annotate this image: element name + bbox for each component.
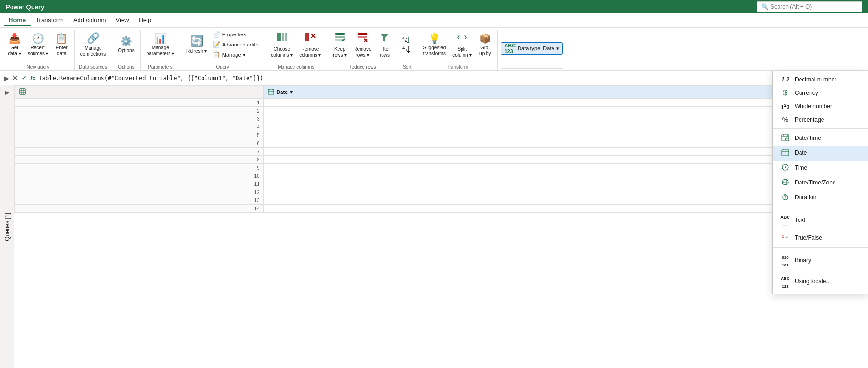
date-col-dropdown[interactable]: ▾	[290, 89, 293, 95]
formula-input[interactable]	[39, 75, 864, 81]
get-data-label: Getdata ▾	[8, 45, 21, 57]
data-table: Date ▾ 11/1/201921/2/201931/3/201941/4/2…	[14, 85, 868, 213]
table-row: 131/13/2019	[15, 196, 868, 205]
accept-formula-button[interactable]: ✓	[21, 73, 27, 82]
dropdown-item-currency[interactable]: $Currency	[773, 86, 868, 100]
ribbon-group-newquery: 📥 Getdata ▾ 🕐 Recentsources ▾ 📋 Enterdat…	[2, 30, 75, 70]
row-number-cell: 10	[15, 172, 264, 180]
enter-data-button[interactable]: 📋 Enterdata	[52, 30, 71, 59]
dropdown-item-duration[interactable]: Duration	[773, 190, 868, 205]
svg-text:Z: Z	[402, 46, 405, 50]
main-area: ▶ Queries [1] Date ▾	[0, 85, 868, 368]
properties-button[interactable]: 📄 Properties	[211, 30, 262, 39]
remove-columns-button[interactable]: Removecolumns ▾	[296, 30, 324, 59]
datatype-button[interactable]: ABC123 Data type: Date ▾	[501, 42, 562, 55]
svg-text:✗: ✗	[781, 235, 785, 239]
enter-data-label: Enterdata	[56, 45, 68, 57]
menu-item-home[interactable]: Home	[4, 14, 31, 26]
svg-rect-10	[358, 36, 367, 38]
manage-connections-button[interactable]: 🔗 Manageconnections	[78, 30, 109, 59]
dropdown-item-decimal[interactable]: 1.2Decimal number	[773, 73, 868, 86]
ribbon-group-items-reducerows: Keeprows ▾ Removerows ▾	[330, 30, 394, 62]
dropdown-item-percentage[interactable]: %Percentage	[773, 113, 868, 126]
recent-sources-button[interactable]: 🕐 Recentsources ▾	[25, 30, 51, 59]
svg-rect-1	[282, 33, 284, 41]
dropdown-item-label-binary: Binary	[795, 257, 811, 264]
split-column-button[interactable]: Splitcolumn ▾	[450, 30, 474, 59]
ribbon-group-datasources: 🔗 Manageconnections Data sources	[75, 30, 112, 70]
ribbon-group-items-options: ⚙️ Options	[115, 30, 137, 62]
group-by-button[interactable]: 📦 Gro-up by	[475, 30, 495, 59]
keep-rows-button[interactable]: Keeprows ▾	[330, 30, 349, 59]
filter-rows-button[interactable]: Filterrows	[375, 30, 394, 59]
datatype-label: Data type: Date	[518, 46, 554, 51]
dropdown-item-whole[interactable]: 123Whole number	[773, 100, 868, 113]
dropdown-item-label-percentage: Percentage	[795, 116, 824, 123]
row-number-cell: 4	[15, 123, 264, 131]
sort-descending-button[interactable]: Z A	[401, 45, 413, 54]
dropdown-item-label-time: Time	[795, 164, 807, 171]
ribbon-group-sort: A Z Z A Sort	[397, 30, 417, 70]
dropdown-item-datetime[interactable]: Date/Time	[773, 131, 868, 146]
row-number-cell: 7	[15, 148, 264, 156]
menu-item-help[interactable]: Help	[134, 14, 156, 26]
get-data-button[interactable]: 📥 Getdata ▾	[5, 30, 24, 59]
manage-connections-icon: 🔗	[87, 32, 100, 45]
cancel-formula-button[interactable]: ✕	[12, 73, 18, 82]
manage-button[interactable]: 📋 Manage ▾	[211, 50, 262, 59]
dropdown-item-label-whole: Whole number	[795, 103, 832, 110]
manage-parameters-label: Manageparameters ▾	[147, 45, 174, 57]
sort-group-label: Sort	[400, 63, 414, 70]
svg-rect-2	[285, 33, 287, 41]
dropdown-item-locale[interactable]: ABC123Using locale...	[773, 271, 868, 292]
search-box[interactable]: 🔍	[757, 1, 862, 12]
ribbon-group-items-parameters: 📊 Manageparameters ▾	[144, 30, 177, 62]
table-row: 101/10/2019	[15, 172, 868, 180]
menu-item-view[interactable]: View	[111, 14, 134, 26]
refresh-label: Refresh ▾	[186, 48, 207, 54]
dropdown-item-label-text: Text	[795, 217, 805, 223]
dropdown-item-icon-binary: 010101	[780, 253, 790, 268]
ribbon-group-items-query: 🔄 Refresh ▾ 📄 Properties 📝 Advanced edit…	[183, 30, 262, 62]
sort-ascending-button[interactable]: A Z	[401, 35, 413, 44]
manage-parameters-button[interactable]: 📊 Manageparameters ▾	[144, 30, 177, 59]
suggested-transforms-button[interactable]: 💡 Suggestedtransforms	[420, 30, 449, 59]
dropdown-item-truefalse[interactable]: ✗✓True/False	[773, 230, 868, 245]
svg-rect-9	[358, 33, 367, 35]
dropdown-item-date[interactable]: Date	[773, 146, 868, 161]
search-input[interactable]	[770, 3, 858, 10]
row-number-cell: 9	[15, 164, 264, 172]
menu-item-addcolumn[interactable]: Add column	[68, 14, 111, 26]
dropdown-item-text[interactable]: ABC---Text	[773, 209, 868, 230]
row-number-header	[15, 86, 264, 99]
svg-marker-13	[380, 34, 389, 42]
dropdown-item-time[interactable]: Time	[773, 161, 868, 175]
refresh-button[interactable]: 🔄 Refresh ▾	[183, 30, 210, 59]
svg-rect-0	[277, 33, 281, 41]
queries-panel[interactable]: ▶ Queries [1]	[0, 85, 14, 368]
dropdown-item-binary[interactable]: 010101Binary	[773, 250, 868, 271]
choose-columns-button[interactable]: Choosecolumns ▾	[268, 30, 295, 59]
row-number-cell: 5	[15, 131, 264, 139]
group-by-icon: 📦	[479, 33, 491, 44]
datatype-icon: ABC123	[504, 43, 516, 54]
menu-item-transform[interactable]: Transform	[31, 14, 68, 26]
dropdown-item-icon-decimal: 1.2	[780, 76, 790, 83]
table-row: 61/6/2019	[15, 139, 868, 148]
options-group-label: Options	[115, 63, 137, 70]
ribbon-group-datatype: ABC123 Data type: Date ▾	[498, 30, 591, 70]
ribbon-group-items-managecolumns: Choosecolumns ▾ Removecolumns ▾	[268, 30, 324, 62]
ribbon-group-managecolumns: Choosecolumns ▾ Removecolumns ▾ Manage c…	[265, 30, 327, 70]
advanced-editor-button[interactable]: 📝 Advanced editor	[211, 40, 262, 49]
ribbon-group-parameters: 📊 Manageparameters ▾ Parameters	[141, 30, 180, 70]
svg-text:A: A	[406, 48, 408, 52]
ribbon-group-query: 🔄 Refresh ▾ 📄 Properties 📝 Advanced edit…	[180, 30, 265, 70]
ribbon-group-transform: 💡 Suggestedtransforms Splitcolumn ▾ 📦 Gr…	[417, 30, 498, 70]
remove-rows-button[interactable]: Removerows ▾	[350, 30, 374, 59]
options-button[interactable]: ⚙️ Options	[115, 30, 137, 59]
svg-rect-3	[305, 33, 309, 41]
dropdown-item-datetimezone[interactable]: Date/Time/Zone	[773, 175, 868, 190]
collapse-button[interactable]: ▶	[4, 74, 9, 82]
svg-line-43	[785, 167, 786, 168]
remove-rows-label: Removerows ▾	[353, 46, 371, 58]
